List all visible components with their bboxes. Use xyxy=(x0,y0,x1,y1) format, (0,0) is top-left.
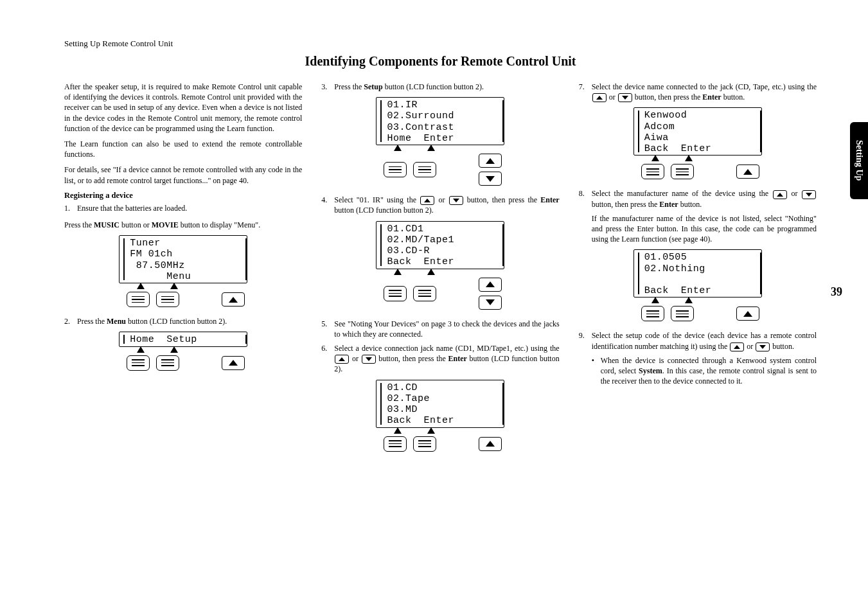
t: or xyxy=(607,93,617,102)
step-body: Select the device name connected to the … xyxy=(592,82,817,102)
lcd-bar xyxy=(245,335,247,343)
step-body: Press the Menu button (LCD function butt… xyxy=(77,316,302,326)
step-body: Press the Setup button (LCD function but… xyxy=(334,82,559,92)
lcd-bar xyxy=(380,224,382,266)
lcd-pointer-row xyxy=(376,269,504,275)
t: MUSIC xyxy=(94,220,120,229)
soft-button-2[interactable] xyxy=(413,436,436,452)
t: button (LCD function button 2). xyxy=(334,206,433,215)
t: Select the device name connected to the … xyxy=(592,82,817,91)
lcd-text: 01.0505 02.Nothing Back Enter xyxy=(643,250,756,297)
header-section: Setting Up Remote Control Unit xyxy=(64,39,817,49)
lcd-button-row xyxy=(376,278,504,310)
lcd-pointer-row xyxy=(376,145,504,151)
step-7: 7.Select the device name connected to th… xyxy=(579,82,817,102)
lcd-bar xyxy=(502,224,504,266)
t: button. xyxy=(770,342,794,351)
lcd-bar xyxy=(502,100,504,142)
soft-button-2[interactable] xyxy=(413,286,436,301)
subhead-registering: Registering a device xyxy=(64,191,302,200)
triangle-up-icon xyxy=(685,155,693,161)
step-number: 6. xyxy=(321,343,334,375)
triangle-up-icon xyxy=(486,158,495,164)
t: or xyxy=(788,189,801,198)
intro-p2: The Learn function can also be used to e… xyxy=(64,139,302,159)
arrow-up-button[interactable] xyxy=(222,356,245,370)
step-9: 9.Select the setup code of the device (e… xyxy=(579,330,817,351)
lcd-button-row xyxy=(376,154,504,186)
soft-button-2[interactable] xyxy=(156,355,179,371)
soft-button-2[interactable] xyxy=(413,162,436,177)
t: button. xyxy=(722,93,745,102)
arrow-up-button[interactable] xyxy=(736,164,759,179)
soft-button-2[interactable] xyxy=(156,292,179,307)
step-number: 5. xyxy=(321,319,334,339)
t: or xyxy=(745,342,755,351)
step-2: 2.Press the Menu button (LCD function bu… xyxy=(64,316,302,326)
main-title: Identifying Components for Remote Contro… xyxy=(64,54,817,69)
step8-note: If the manufacturer name of the device i… xyxy=(592,213,817,245)
t: Select a device connection jack name (CD… xyxy=(334,344,559,353)
intro-p1: After the speaker setup, it is required … xyxy=(64,82,302,134)
step-6: 6.Select a device connection jack name (… xyxy=(321,343,559,375)
lcd-pointer-row xyxy=(633,155,762,161)
soft-button-1[interactable] xyxy=(127,355,150,371)
arrow-up-icon xyxy=(420,196,434,205)
triangle-up-icon xyxy=(394,145,402,151)
side-tab: Setting Up xyxy=(850,122,868,199)
t: Enter xyxy=(659,200,678,209)
soft-button-1[interactable] xyxy=(127,292,150,307)
step-number: 2. xyxy=(64,316,77,326)
soft-button-1[interactable] xyxy=(641,164,664,179)
triangle-up-icon xyxy=(427,269,435,275)
lcd-bar xyxy=(760,253,761,294)
arrow-stack xyxy=(479,437,504,451)
t: Setup xyxy=(364,82,382,91)
arrow-up-button[interactable] xyxy=(479,437,502,451)
lcd-pointer-row xyxy=(376,427,504,434)
lcd-screen: Kenwood Adcom Aiwa Back Enter xyxy=(633,107,762,155)
arrow-up-button[interactable] xyxy=(222,292,245,306)
t: or xyxy=(350,354,360,363)
soft-button-1[interactable] xyxy=(384,162,407,177)
triangle-up-icon xyxy=(137,346,145,353)
step-number: 9. xyxy=(579,330,592,351)
step-body: Select "01. IR" using the or button, the… xyxy=(334,195,559,215)
lcd-bar xyxy=(638,111,639,152)
steps-col2c: 5.See "Noting Your Devices" on page 3 to… xyxy=(321,319,559,375)
t: button (LCD function button 2). xyxy=(126,317,227,326)
arrow-down-icon xyxy=(756,342,770,351)
step-8: 8.Select the manufacturer name of the de… xyxy=(579,188,817,244)
lcd-cd1-figure: 01.CD1 02.MD/Tape1 03.CD-R Back Enter xyxy=(376,221,504,310)
steps-col1b: 2.Press the Menu button (LCD function bu… xyxy=(64,316,302,326)
triangle-up-icon xyxy=(651,155,659,161)
triangle-up-icon xyxy=(427,427,435,434)
triangle-up-icon xyxy=(743,169,752,175)
triangle-up-icon xyxy=(743,311,752,317)
lcd-screen: 01.CD1 02.MD/Tape1 03.CD-R Back Enter xyxy=(376,221,504,269)
soft-button-1[interactable] xyxy=(384,286,407,301)
arrow-down-button[interactable] xyxy=(479,296,502,310)
lcd-bar xyxy=(760,111,761,152)
arrow-up-icon xyxy=(335,355,349,364)
content-columns: After the speaker setup, it is required … xyxy=(64,82,817,461)
arrow-up-button[interactable] xyxy=(736,306,759,321)
t: Press the xyxy=(64,220,94,229)
lcd-button-row xyxy=(119,292,247,307)
column-2: 3.Press the Setup button (LCD function b… xyxy=(321,82,559,461)
lcd-text: 01.CD 02.Tape 03.MD Back Enter xyxy=(385,380,499,427)
soft-button-2[interactable] xyxy=(671,164,694,179)
triangle-up-icon xyxy=(229,360,238,366)
arrow-down-button[interactable] xyxy=(479,172,502,186)
arrow-up-button[interactable] xyxy=(479,278,502,292)
triangle-up-icon xyxy=(685,297,693,303)
bullet-body: When the device is connected through a K… xyxy=(601,355,817,387)
column-3: 7.Select the device name connected to th… xyxy=(579,82,817,461)
soft-button-2[interactable] xyxy=(671,306,694,321)
arrow-up-button[interactable] xyxy=(479,154,502,168)
soft-button-1[interactable] xyxy=(641,306,664,321)
lcd-pointer-row xyxy=(119,283,247,289)
soft-button-1[interactable] xyxy=(384,436,407,452)
arrow-up-icon xyxy=(730,342,744,351)
steps-col1: 1.Ensure that the batteries are loaded. xyxy=(64,203,302,213)
